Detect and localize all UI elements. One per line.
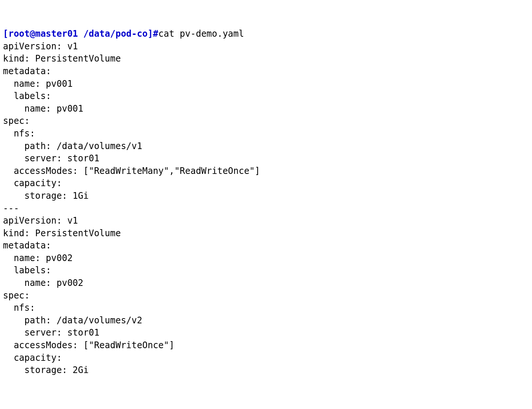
output-line: metadata: <box>3 240 51 251</box>
output-line: spec: <box>3 116 30 126</box>
output-line: capacity: <box>3 178 62 188</box>
output-line: server: stor01 <box>3 327 99 338</box>
command-text: cat pv-demo.yaml <box>158 29 244 39</box>
output-line: kind: PersistentVolume <box>3 53 121 64</box>
output-line: capacity: <box>3 353 62 363</box>
output-line: metadata: <box>3 66 51 76</box>
output-line: labels: <box>3 265 51 276</box>
output-line: path: /data/volumes/v2 <box>3 315 142 326</box>
output-line: spec: <box>3 290 30 301</box>
output-line: accessModes: ["ReadWriteOnce"] <box>3 340 174 350</box>
output-line: storage: 2Gi <box>3 365 89 375</box>
output-line: apiVersion: v1 <box>3 215 78 226</box>
output-line: storage: 1Gi <box>3 191 89 201</box>
output-line: accessModes: ["ReadWriteMany","ReadWrite… <box>3 166 260 176</box>
output-line: name: pv002 <box>3 278 83 288</box>
terminal-window[interactable]: [root@master01 /data/pod-co]#cat pv-demo… <box>3 28 529 377</box>
output-line: name: pv001 <box>3 79 73 89</box>
output-line: apiVersion: v1 <box>3 41 78 52</box>
shell-prompt: [root@master01 /data/pod-co]# <box>3 29 158 39</box>
output-line: kind: PersistentVolume <box>3 228 121 238</box>
output-line: path: /data/volumes/v1 <box>3 141 142 151</box>
output-line: name: pv002 <box>3 253 73 263</box>
output-line: name: pv001 <box>3 103 83 114</box>
output-line: labels: <box>3 91 51 101</box>
output-line: --- <box>3 203 19 214</box>
output-line: nfs: <box>3 128 35 139</box>
output-line: nfs: <box>3 303 35 313</box>
output-line: server: stor01 <box>3 153 99 164</box>
